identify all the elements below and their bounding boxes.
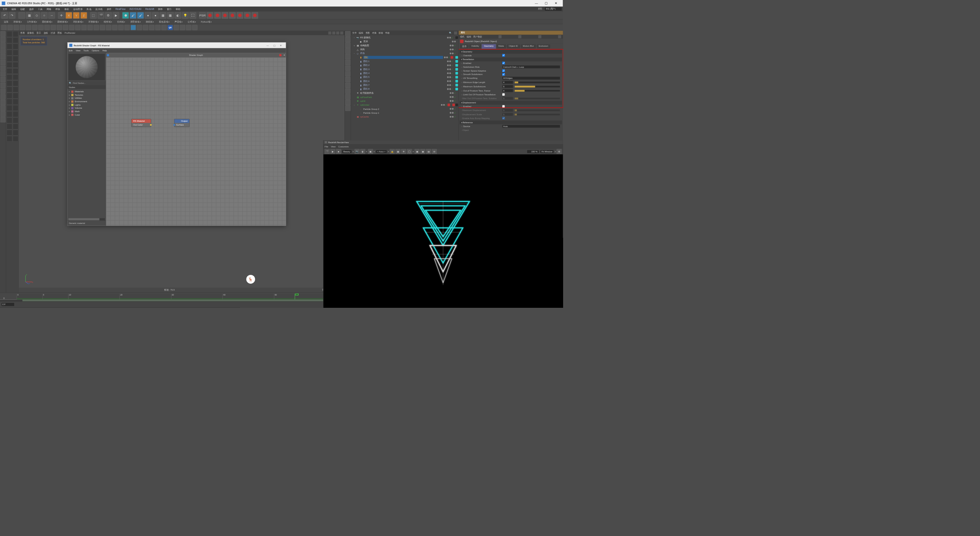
field-0[interactable]: 运算 [1,20,10,24]
tree-row-16[interactable]: ✖xpKill✓ [351,99,458,103]
field-1[interactable]: 球体域 [11,20,24,24]
rv-fit-select[interactable]: Fit Window [540,150,554,154]
sbtn-24[interactable] [149,25,154,30]
shelf-5-0[interactable] [7,62,12,68]
toolbar-btn-14[interactable]: ▶ [113,12,119,18]
tree-row-9[interactable]: ▮圆柱.4✓ [351,71,458,75]
subdiv-rule-select[interactable]: Catmull-Clark + Loop [502,65,560,69]
tool-9[interactable] [0,83,6,88]
uv-smoothing-select[interactable]: All Edges [502,76,560,80]
tree-row-17[interactable]: -✦xpEmitter✓ [351,103,458,107]
om-menu-标签[interactable]: 标签 [379,31,383,34]
tool-6[interactable] [0,65,6,71]
shelf-3-1[interactable] [13,50,18,56]
rv-i2[interactable]: ▣ [420,149,425,154]
tree-row-15[interactable]: ▦xpFlowField✓ [351,95,458,99]
rpal-7[interactable] [345,71,351,77]
shelf-17-0[interactable] [7,136,12,142]
shelf-2-1[interactable] [13,44,18,49]
tree-row-18[interactable]: ·Particle Group 2✓ [351,107,458,111]
om-menu-查看[interactable]: 查看 [366,31,370,34]
vpmenu-显示[interactable]: 显示 [36,31,41,34]
node-cat-Color[interactable]: ▸Color [69,113,105,116]
shader-menu-View[interactable]: View [76,49,80,52]
toolbar-btn-3[interactable]: ▦ [26,12,33,18]
sbtn-2[interactable] [14,25,19,30]
rpal-2[interactable] [345,42,351,48]
menu-窗口[interactable]: 窗口 [165,7,173,11]
tool-7[interactable] [0,71,6,77]
field-8[interactable]: 径向域 [115,20,127,24]
tool-11[interactable] [0,94,6,100]
tree-row-8[interactable]: ▮圆柱.3✓ [351,67,458,71]
sbtn-26[interactable] [162,25,167,30]
rv-menu-File[interactable]: File [325,145,328,147]
tool-13[interactable] [0,106,6,111]
menu-插件[interactable]: 插件 [105,7,113,11]
start-frame[interactable]: 0 F [1,302,14,306]
vp-icon[interactable] [328,31,332,34]
mat-menu-Cycles 4D[interactable]: Cycles 4D [28,308,38,308]
toolbar-btn-6[interactable]: ↔ [48,12,55,18]
menu-工具[interactable]: 工具 [36,7,44,11]
shader-titlebar[interactable]: Redshift Shader Graph - RS Material — ▢ … [67,42,286,48]
tree-row-7[interactable]: ▮圆柱.2✓ [351,63,458,67]
rv-i3[interactable]: ▤ [426,149,431,154]
maximize-button[interactable]: ▢ [541,0,551,7]
tree-row-10[interactable]: ▮圆柱.5✓ [351,75,458,79]
attr-tab-基本[interactable]: 基本 [459,44,469,49]
tool-10[interactable] [0,88,6,94]
toolbar-btn-20[interactable]: ▦ [160,12,166,18]
shelf-16-0[interactable] [7,130,12,136]
toolbar-btn-25[interactable]: PSR [199,12,206,18]
shelf-6-1[interactable] [13,68,18,74]
tool-0[interactable] [0,31,6,37]
menu-文件[interactable]: 文件 [1,7,9,11]
shader-menu-Tools[interactable]: Tools [83,49,88,52]
menu-脚本[interactable]: 脚本 [156,7,165,11]
field-7[interactable]: 线性域 [101,20,114,24]
rpal-1[interactable] [345,37,351,42]
toolbar-btn-8[interactable]: X [65,12,72,18]
sbtn-4[interactable] [26,25,31,30]
render-slot-1[interactable] [214,12,220,18]
rv-lock[interactable]: 🔒 [390,149,395,154]
node-cat-Math[interactable]: ▸Math [69,110,105,113]
shelf-0-0[interactable] [7,31,12,37]
attribute-panel-tab[interactable]: 属性 [459,31,563,34]
tool-4[interactable] [0,54,6,59]
om-menu-对象[interactable]: 对象 [372,31,376,34]
render-slot-4[interactable] [237,12,243,18]
attr-nav-next[interactable] [518,35,521,38]
node-cat-Volume[interactable]: ▸Volume [69,106,105,110]
sbtn-16[interactable] [100,25,105,30]
rv-pick[interactable]: ◯ [407,149,412,154]
attr-menu-用户数据[interactable]: 用户数据 [473,35,482,38]
menu-运动图形[interactable]: 运动图形 [71,7,84,11]
sbtn-0[interactable] [1,25,7,30]
toolbar-btn-9[interactable]: Y [73,12,80,18]
render-slot-6[interactable] [252,12,258,18]
toolbar-btn-1[interactable]: ↷ [9,12,15,18]
node-cat-Lights[interactable]: ▸Lights [69,103,105,106]
ssa-checkbox[interactable] [502,69,505,72]
vpmenu-面板[interactable]: 面板 [57,31,62,34]
toolbar-btn-15[interactable]: ⬢ [122,12,129,18]
rpal-5[interactable] [345,60,351,65]
sbtn-21[interactable] [131,25,136,30]
tree-row-4[interactable]: -◇样条✓ [351,51,458,55]
shelf-7-1[interactable] [13,74,18,80]
toolbar-btn-19[interactable]: ● [152,12,158,18]
mat-menu-功能[interactable]: 功能 [15,308,19,308]
toolbar-btn-22[interactable]: ◐ [175,12,181,18]
vp-icon[interactable] [332,31,335,34]
shelf-16-1[interactable] [13,130,18,136]
om-menu-编辑[interactable]: 编辑 [359,31,363,34]
shader-min[interactable]: — [264,44,271,46]
vp-icon[interactable] [340,31,343,34]
shelf-5-1[interactable] [13,62,18,68]
vpmenu-过滤[interactable]: 过滤 [51,31,55,34]
menu-角色[interactable]: 角色 [85,7,93,11]
sbtn-14[interactable] [88,25,93,30]
graph-canvas[interactable]: RS Material Out Color Output Surface [106,57,286,226]
